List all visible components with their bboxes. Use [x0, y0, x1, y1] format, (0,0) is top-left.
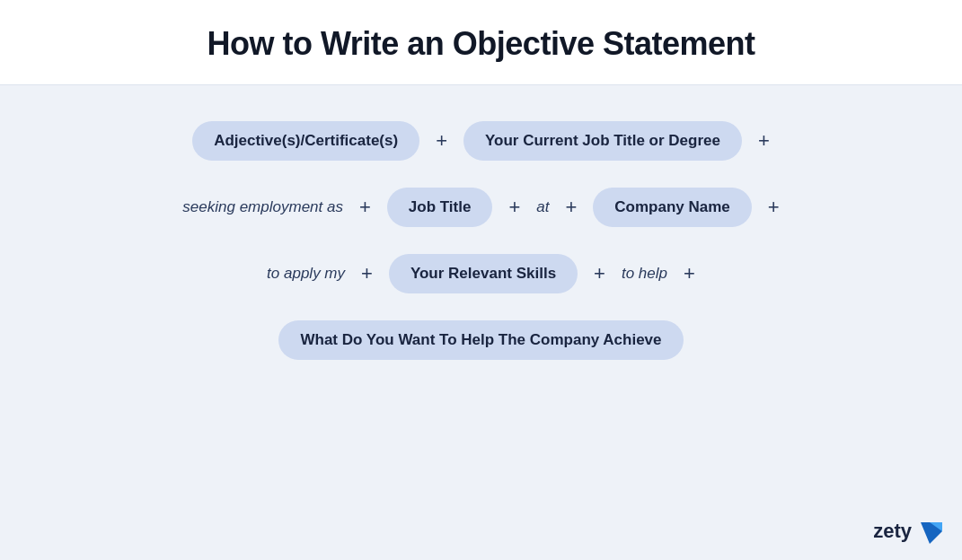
pill-what-achieve: What Do You Want To Help The Company Ach… [278, 320, 683, 360]
content-area: Adjective(s)/Certificate(s) + Your Curre… [0, 85, 962, 360]
plus-2-4: + [768, 196, 780, 219]
plus-3-2: + [594, 262, 605, 285]
page-header: How to Write an Objective Statement [0, 0, 962, 85]
logo-icon [917, 519, 942, 544]
text-to-help: to help [622, 265, 667, 283]
page-title: How to Write an Objective Statement [0, 25, 962, 63]
pill-company-name: Company Name [593, 188, 751, 227]
plus-3-1: + [361, 262, 373, 285]
plus-2-2: + [508, 196, 520, 219]
plus-1-1: + [436, 129, 447, 153]
pill-job-title: Job Title [387, 188, 493, 227]
logo-area: zety [873, 519, 942, 544]
plus-2-1: + [359, 196, 371, 219]
plus-3-3: + [684, 262, 695, 285]
formula-row-3: to apply my + Your Relevant Skills + to … [267, 254, 695, 293]
text-at: at [536, 198, 549, 216]
formula-row-2: seeking employment as + Job Title + at +… [182, 188, 779, 227]
logo-text: zety [873, 520, 912, 543]
plus-1-2: + [758, 129, 770, 153]
text-to-apply-my: to apply my [267, 265, 345, 283]
pill-job-title-degree: Your Current Job Title or Degree [463, 121, 742, 161]
pill-adjectives: Adjective(s)/Certificate(s) [192, 121, 419, 161]
plus-2-3: + [565, 196, 577, 219]
formula-row-1: Adjective(s)/Certificate(s) + Your Curre… [192, 121, 770, 161]
formula-row-4: What Do You Want To Help The Company Ach… [278, 320, 683, 360]
pill-relevant-skills: Your Relevant Skills [389, 254, 578, 293]
text-seeking-employment: seeking employment as [182, 198, 343, 216]
